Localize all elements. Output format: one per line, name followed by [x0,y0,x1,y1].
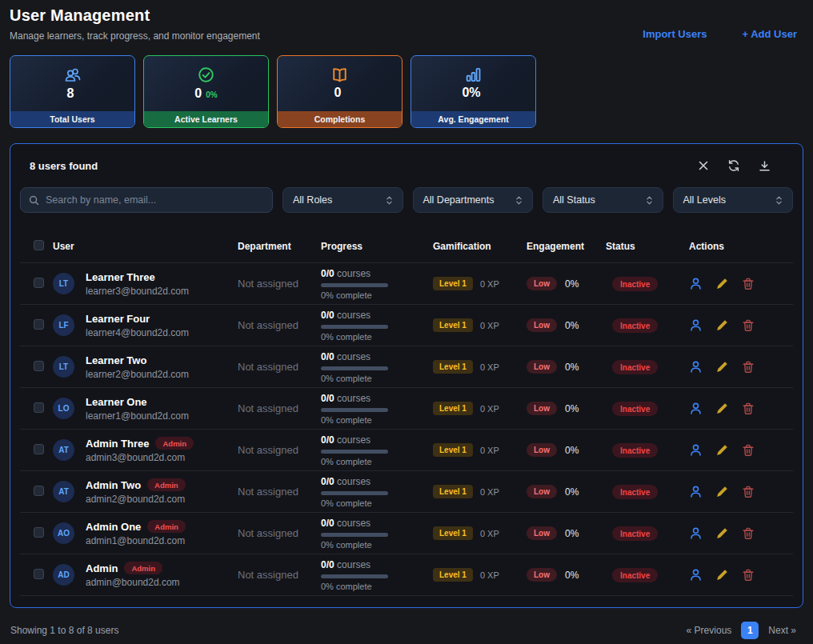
next-page-button[interactable]: Next » [768,625,796,636]
book-icon [331,67,348,82]
refresh-icon[interactable] [727,159,740,172]
delete-trash-icon[interactable] [742,568,756,582]
edit-pencil-icon[interactable] [715,360,730,374]
column-department: Department [238,241,321,252]
levels-filter[interactable]: All Levels [673,187,794,213]
courses-label: courses [337,393,370,404]
user-profile-icon[interactable] [689,318,703,333]
filter-row: All Roles All Departments All Status All… [20,187,793,213]
avatar: LT [53,356,74,378]
previous-page-button[interactable]: « Previous [687,625,732,636]
user-profile-icon[interactable] [689,277,703,291]
row-checkbox[interactable] [34,278,44,288]
admin-badge: Admin [147,478,186,491]
courses-count: 0/0 [321,393,334,404]
table-body: LT Learner Three learner3@bound2d.com No… [20,263,793,596]
table-row: LT Learner Three learner3@bound2d.com No… [20,263,793,305]
row-checkbox[interactable] [34,569,44,579]
progress-bar [321,408,388,412]
progress-bar [321,366,388,370]
user-email: admin2@bound2d.com [86,494,186,505]
row-checkbox[interactable] [34,527,44,538]
user-email: learner2@bound2d.com [86,369,189,380]
edit-pencil-icon[interactable] [715,568,730,582]
column-engagement: Engagement [527,241,606,252]
delete-trash-icon[interactable] [742,443,756,458]
engagement-badge: Low [527,443,557,457]
row-checkbox[interactable] [34,402,44,413]
chevron-updown-icon [386,195,393,206]
edit-pencil-icon[interactable] [715,277,730,291]
column-user: User [53,241,238,252]
user-email: learner1@bound2d.com [86,410,189,422]
edit-pencil-icon[interactable] [715,402,730,416]
add-user-button[interactable]: + Add User [742,28,797,40]
user-profile-icon[interactable] [689,485,703,499]
delete-trash-icon[interactable] [742,402,756,416]
xp-value: 0 XP [480,570,499,580]
delete-trash-icon[interactable] [742,277,756,291]
status-badge: Inactive [612,443,658,458]
roles-filter[interactable]: All Roles [282,187,403,213]
progress-bar [321,491,388,495]
engagement-badge: Low [527,526,557,540]
download-icon[interactable] [758,159,771,172]
stat-card-avg-engagement: 0% Avg. Engagement [411,55,536,128]
user-profile-icon[interactable] [689,443,703,458]
xp-value: 0 XP [480,529,499,538]
page-number-button[interactable]: 1 [741,622,759,639]
user-profile-icon[interactable] [689,526,703,541]
edit-pencil-icon[interactable] [715,485,730,499]
row-checkbox[interactable] [34,361,44,371]
user-profile-icon[interactable] [689,402,703,416]
check-circle-icon [198,66,214,83]
status-badge: Inactive [612,485,658,499]
courses-label: courses [337,518,370,529]
level-badge: Level 1 [433,318,473,332]
xp-value: 0 XP [480,487,499,497]
table-row: LF Learner Four learner4@bound2d.com Not… [20,305,793,346]
percent-complete: 0% complete [321,374,433,383]
close-icon[interactable] [697,159,710,172]
department-value: Not assigned [238,569,321,581]
user-name: Learner Three [86,271,155,283]
courses-count: 0/0 [321,559,334,570]
search-input[interactable] [46,194,264,206]
edit-pencil-icon[interactable] [715,443,730,458]
delete-trash-icon[interactable] [742,526,756,541]
user-name: Admin [86,562,118,574]
row-checkbox[interactable] [34,486,44,496]
table-header: User Department Progress Gamification En… [20,230,793,263]
edit-pencil-icon[interactable] [715,526,730,541]
status-badge: Inactive [612,526,658,541]
showing-text: Showing 1 to 8 of 8 users [10,625,118,636]
status-badge: Inactive [612,277,658,291]
user-profile-icon[interactable] [689,568,703,582]
header-actions: Import Users + Add User [643,28,803,42]
import-users-button[interactable]: Import Users [643,28,707,40]
department-value: Not assigned [238,319,321,331]
table-row: AT Admin Two Admin admin2@bound2d.com No… [20,471,793,513]
edit-pencil-icon[interactable] [715,318,730,333]
stat-value: 8 [67,86,74,101]
level-badge: Level 1 [433,485,473,498]
chevron-updown-icon [515,195,523,206]
status-filter[interactable]: All Status [543,187,663,213]
users-panel: 8 users found [10,143,803,608]
user-profile-icon[interactable] [689,360,703,374]
delete-trash-icon[interactable] [742,318,756,333]
department-value: Not assigned [238,444,321,456]
engagement-badge: Low [527,402,557,415]
courses-label: courses [337,310,370,321]
departments-filter[interactable]: All Departments [413,187,534,213]
delete-trash-icon[interactable] [742,485,756,499]
engagement-percent: 0% [565,362,579,373]
progress-bar [321,325,388,329]
row-checkbox[interactable] [34,444,44,454]
xp-value: 0 XP [480,446,499,455]
stat-card-total-users: 8 Total Users [10,55,135,128]
select-all-checkbox[interactable] [34,240,44,250]
delete-trash-icon[interactable] [742,360,756,374]
row-checkbox[interactable] [34,319,44,330]
status-badge: Inactive [612,318,658,333]
